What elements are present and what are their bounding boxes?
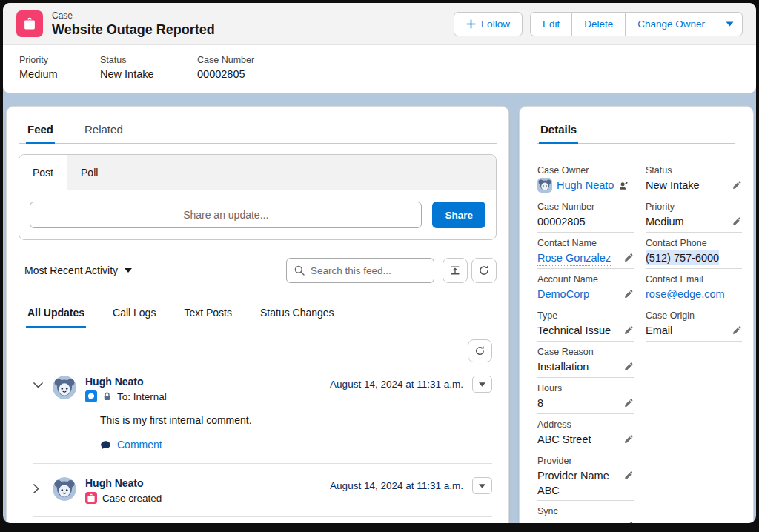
filter-call-logs[interactable]: Call Logs: [111, 305, 157, 328]
details-tabs: Details: [537, 120, 735, 144]
field-case-origin: Case Origin Email: [646, 310, 742, 342]
publisher-composer: Post Poll Share: [19, 154, 497, 240]
content-area: Feed Related Post Poll Share Most Recent…: [6, 106, 754, 523]
priority-value: Medium: [646, 213, 684, 229]
tab-details[interactable]: Details: [539, 120, 578, 144]
contact-email-link[interactable]: rose@edge.com: [646, 286, 725, 302]
feed-item-context: Case created: [85, 492, 162, 504]
refresh-list-button[interactable]: [468, 339, 492, 362]
edit-button[interactable]: Edit: [530, 12, 572, 36]
change-owner-icon[interactable]: [618, 180, 629, 191]
avatar[interactable]: [53, 376, 76, 399]
feed-item-menu-button[interactable]: [472, 477, 492, 494]
author-link[interactable]: Hugh Neato: [85, 477, 162, 490]
collapse-icon: [449, 265, 461, 276]
timestamp: August 14, 2024 at 11:31 a.m.: [330, 480, 463, 491]
lock-icon: [102, 391, 112, 402]
highlight-label: Priority: [19, 54, 100, 67]
avatar[interactable]: [53, 477, 76, 501]
feed-item-meta: August 14, 2024 at 11:31 a.m.: [330, 376, 492, 393]
pencil-icon: [623, 434, 634, 445]
contact-name-link[interactable]: Rose Gonzalez: [537, 250, 611, 266]
field-account-name: Account Name DemoCorp: [537, 273, 634, 305]
comment-button[interactable]: Comment: [100, 439, 162, 450]
feed-search-box: [286, 258, 434, 283]
edit-case-reason-button[interactable]: [623, 362, 634, 372]
field-hours: Hours 8: [537, 382, 634, 414]
pencil-icon: [623, 362, 634, 372]
highlight-label: Case Number: [197, 54, 254, 67]
feed-item-menu-button[interactable]: [472, 376, 492, 393]
edit-hours-button[interactable]: [623, 398, 634, 408]
edit-priority-button[interactable]: [732, 216, 742, 227]
feed-toolbar-right: [286, 258, 497, 283]
feed-sort-dropdown[interactable]: Most Recent Activity: [24, 265, 132, 276]
tab-post[interactable]: Post: [19, 155, 67, 190]
briefcase-icon: [21, 16, 38, 32]
filter-text-posts[interactable]: Text Posts: [182, 305, 233, 328]
pencil-icon: [732, 325, 742, 336]
collapse-all-button[interactable]: [443, 258, 468, 283]
avatar[interactable]: [537, 178, 552, 193]
record-header-panel: Case Website Outage Reported Follow Edit…: [3, 3, 756, 93]
plus-icon: [466, 19, 476, 29]
delete-button[interactable]: Delete: [571, 12, 626, 36]
tab-related[interactable]: Related: [83, 120, 125, 144]
pencil-icon: [623, 471, 634, 481]
share-button[interactable]: Share: [432, 202, 485, 228]
edit-contact-name-button[interactable]: [623, 253, 634, 263]
details-left-column: Case Owner: [537, 164, 634, 523]
filter-all-updates[interactable]: All Updates: [26, 305, 86, 328]
filter-status-changes[interactable]: Status Changes: [259, 305, 336, 328]
case-origin-value: Email: [646, 322, 672, 338]
user-avatar-image: [537, 178, 552, 193]
refresh-feed-button[interactable]: [471, 258, 497, 283]
feed-item-header: Hugh Neato Case created August 14, 2024 …: [33, 477, 492, 504]
highlight-value: Medium: [19, 67, 100, 82]
refresh-icon: [474, 345, 485, 356]
case-owner-link[interactable]: Hugh Neato: [557, 177, 614, 193]
field-sync: Sync: [537, 505, 634, 523]
tab-poll[interactable]: Poll: [67, 155, 111, 190]
highlight-status: Status New Intake: [100, 54, 197, 82]
account-name-link[interactable]: DemoCorp: [537, 286, 589, 302]
feed-item-header: Hugh Neato To: Internal: [33, 376, 492, 402]
chevron-right-icon: [33, 484, 39, 493]
author-link[interactable]: Hugh Neato: [85, 376, 167, 388]
feed-item-who: Hugh Neato To: Internal: [85, 376, 167, 402]
share-update-input[interactable]: [30, 202, 422, 228]
field-provider: Provider Provider Name ABC: [537, 455, 634, 501]
case-number-value: 00002805: [537, 213, 586, 229]
feed-filter-tabs: All Updates Call Logs Text Posts Status …: [19, 305, 497, 327]
divider: [33, 516, 492, 517]
edit-case-origin-button[interactable]: [732, 325, 742, 336]
composer-tab-filler: [111, 155, 496, 190]
edit-status-button[interactable]: [732, 180, 742, 190]
feed-search-input[interactable]: [311, 265, 426, 276]
feed-card: Feed Related Post Poll Share Most Recent…: [6, 106, 509, 523]
type-value: Technical Issue: [537, 322, 611, 338]
case-reason-value: Installation: [537, 359, 589, 374]
pencil-icon: [732, 180, 742, 190]
edit-type-button[interactable]: [623, 325, 634, 336]
tab-feed[interactable]: Feed: [26, 120, 55, 144]
app-window: Case Website Outage Reported Follow Edit…: [3, 3, 756, 523]
post-type-icon: [85, 390, 97, 402]
edit-account-name-button[interactable]: [623, 289, 634, 299]
chevron-down-icon: [726, 21, 734, 27]
change-owner-button[interactable]: Change Owner: [625, 12, 717, 36]
expand-item-toggle[interactable]: [33, 484, 45, 493]
collapse-item-toggle[interactable]: [33, 382, 45, 388]
more-actions-button[interactable]: [717, 12, 743, 36]
follow-button[interactable]: Follow: [454, 12, 523, 36]
user-avatar-image: [53, 376, 76, 399]
page-title: Website Outage Reported: [52, 21, 215, 38]
edit-address-button[interactable]: [623, 434, 634, 445]
event-label: Case created: [102, 493, 162, 504]
edit-provider-button[interactable]: [623, 471, 634, 481]
field-case-number: Case Number 00002805: [537, 201, 634, 233]
highlight-case-number: Case Number 00002805: [197, 54, 254, 82]
edit-sync-button[interactable]: [623, 521, 634, 523]
entity-label: Case: [52, 10, 215, 21]
chevron-down-icon: [479, 484, 485, 488]
